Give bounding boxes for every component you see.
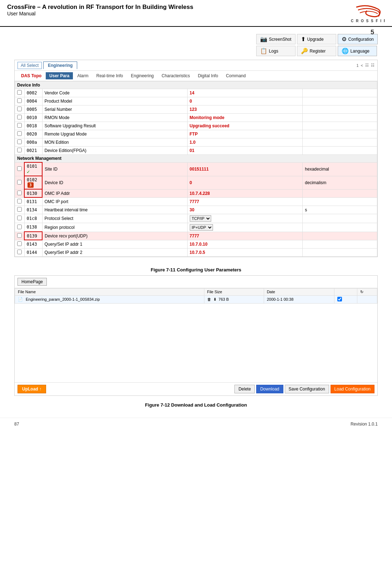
row-checkbox[interactable] — [17, 115, 22, 119]
row-checkbox[interactable] — [17, 233, 22, 238]
logs-button[interactable]: 📋 Logs — [256, 46, 296, 56]
page-number: 87 — [14, 422, 19, 427]
device-info-label: Device Info — [15, 82, 377, 89]
file-actions: 📄 Engineering_param_2000-1-1_00S834.zip — [18, 297, 201, 302]
register-label: Register — [310, 49, 326, 54]
configuration-label: Configuration — [348, 37, 374, 42]
screenshot-icon: 📷 — [260, 36, 267, 43]
doc-subtitle: User Manual — [7, 11, 193, 16]
file-check-cell[interactable] — [334, 295, 357, 303]
row-checkbox[interactable] — [17, 241, 22, 246]
table-row: 0139 Device recv port(UDP) 7777 — [15, 232, 377, 240]
table-row: 0130 OMC IP Addr 10.7.4.228 — [15, 189, 377, 197]
table-row: 0004 Product Model 0 — [15, 97, 377, 105]
panel-topbar: All Select Engineering 1 < ☷ ☷ — [15, 60, 377, 71]
delete-file-icon[interactable]: 🗑 — [207, 297, 211, 301]
language-icon: 🌐 — [342, 48, 349, 54]
figure1-caption: Figure 7-11 Configuring User Parameters — [14, 264, 378, 275]
table-row: 0138 Region protocol IP+UDP IP+TCP — [15, 223, 377, 232]
row-checkbox[interactable] — [17, 225, 22, 229]
language-button[interactable]: 🌐 Language — [338, 46, 377, 56]
bottom-toolbar: UpLoad ↑ Delete Download Save Configurat… — [15, 382, 377, 395]
tab-command[interactable]: Command — [222, 72, 249, 79]
row-checkbox[interactable] — [17, 90, 22, 95]
main-content: 5 📷 ScreenShot ⬆ Upgrade ⚙ Configuration — [0, 27, 392, 418]
row-checkbox[interactable] — [17, 139, 22, 144]
tab-user-para[interactable]: User Para — [46, 72, 73, 79]
row-checkbox[interactable] — [17, 98, 22, 103]
row-checkbox[interactable] — [17, 107, 22, 111]
row-checkbox[interactable] — [17, 207, 22, 212]
download-button[interactable]: Download — [256, 385, 283, 393]
network-management-header: Network Management — [15, 155, 377, 163]
upgrade-label: Upgrade — [307, 37, 324, 42]
load-config-button[interactable]: Load Configuration — [331, 385, 374, 393]
file-checkbox[interactable] — [337, 297, 342, 301]
table-row: 0134 Heartbeat interval time 30 s — [15, 206, 377, 214]
toolbar-number: 5 — [371, 29, 374, 36]
topbar-left: All Select Engineering — [18, 62, 77, 69]
figure2-panel: HomePage File Name File Size Date ↻ 📄 — [14, 275, 378, 396]
table-row: 0005 Serial Number 123 — [15, 105, 377, 114]
file-manager-toolbar: HomePage — [15, 276, 377, 288]
table-row: 0143 Query/Set IP addr 1 10.7.0.10 — [15, 240, 377, 248]
tab-digital-info[interactable]: Digital Info — [194, 72, 222, 79]
tab-characteristics[interactable]: Characteristics — [158, 72, 193, 79]
company-logo: C R O S S F I R E — [349, 4, 385, 24]
homepage-button[interactable]: HomePage — [18, 278, 47, 286]
region-protocol-select[interactable]: IP+UDP IP+TCP — [190, 224, 213, 231]
logo-svg: C R O S S F I R E — [349, 4, 385, 23]
nav-less-icon[interactable]: < — [361, 63, 363, 68]
table-row: 0010 RMON Mode Monitoring mode — [15, 114, 377, 122]
tab-alarm[interactable]: Alarm — [74, 72, 92, 79]
row-checkbox[interactable] — [17, 131, 22, 136]
tab-engineering[interactable]: Engineering — [127, 72, 157, 79]
register-button[interactable]: 🔑 Register — [297, 46, 336, 56]
row-checkbox[interactable] — [17, 180, 22, 185]
all-select-button[interactable]: All Select — [18, 62, 42, 69]
tab-realtime[interactable]: Real-time Info — [93, 72, 127, 79]
col-refresh[interactable]: ↻ — [357, 288, 377, 295]
file-type-icon: 📄 — [18, 297, 23, 302]
checkbox-cell[interactable] — [15, 89, 25, 97]
download-file-icon[interactable]: ⬇ — [213, 297, 217, 302]
tab-das-topo[interactable]: DAS Topo — [18, 72, 45, 79]
row-checkbox[interactable] — [17, 166, 22, 171]
protocol-select[interactable]: TCP/IP UDP — [190, 215, 211, 222]
nav-icon-2[interactable]: ☷ — [365, 63, 369, 68]
nav-numbers: 1 — [356, 63, 358, 68]
screenshot-button[interactable]: 📷 ScreenShot — [256, 34, 296, 44]
name-cell: Vendor Code — [42, 89, 187, 97]
code-cell: 0002 — [24, 89, 42, 97]
row-checkbox[interactable] — [17, 216, 22, 220]
toolbar-row-1: 📷 ScreenShot ⬆ Upgrade ⚙ Configuration — [256, 34, 378, 44]
table-row: 000a MON Edition 1.0 — [15, 138, 377, 147]
engineering-tab-button[interactable]: Engineering — [43, 62, 77, 69]
action-buttons: Delete Download Save Configuration Load … — [234, 385, 374, 393]
row-checkbox[interactable] — [17, 123, 22, 128]
row-checkbox[interactable] — [17, 250, 22, 254]
table-row: 0144 Query/Set IP addr 2 10.7.0.5 — [15, 248, 377, 256]
table-row: 0101 ✓ Site ID 00151111 hexadecimal — [15, 162, 377, 176]
col-filesize: File Size — [204, 288, 264, 295]
topbar-right: 1 < ☷ ☷ — [356, 63, 374, 68]
upload-button[interactable]: UpLoad ↑ — [18, 385, 46, 393]
tab-row: DAS Topo User Para Alarm Real-time Info … — [15, 71, 377, 81]
doc-title: CrossFire – A revolution in RF Transport… — [7, 4, 193, 11]
toolbar-section: 5 📷 ScreenShot ⬆ Upgrade ⚙ Configuration — [14, 34, 378, 56]
save-config-button[interactable]: Save Configuration — [285, 385, 329, 393]
delete-button[interactable]: Delete — [234, 385, 255, 393]
row-checkbox[interactable] — [17, 148, 22, 152]
row-checkbox[interactable] — [17, 191, 22, 195]
table-row: 0018 Software Upgrading Result Upgrading… — [15, 122, 377, 130]
file-table: File Name File Size Date ↻ 📄 Engineering… — [15, 288, 377, 304]
upgrade-button[interactable]: ⬆ Upgrade — [297, 34, 336, 44]
toolbar-row-2: 📋 Logs 🔑 Register 🌐 Language — [256, 46, 378, 56]
screenshot-label: ScreenShot — [269, 37, 292, 42]
device-info-header: Device Info — [15, 82, 377, 89]
row-checkbox[interactable] — [17, 199, 22, 203]
nav-icon-4[interactable]: ☷ — [371, 63, 374, 68]
col-actions — [334, 288, 357, 295]
file-table-header-row: File Name File Size Date ↻ — [15, 288, 377, 295]
checkmark-icon: ✓ — [27, 169, 30, 175]
